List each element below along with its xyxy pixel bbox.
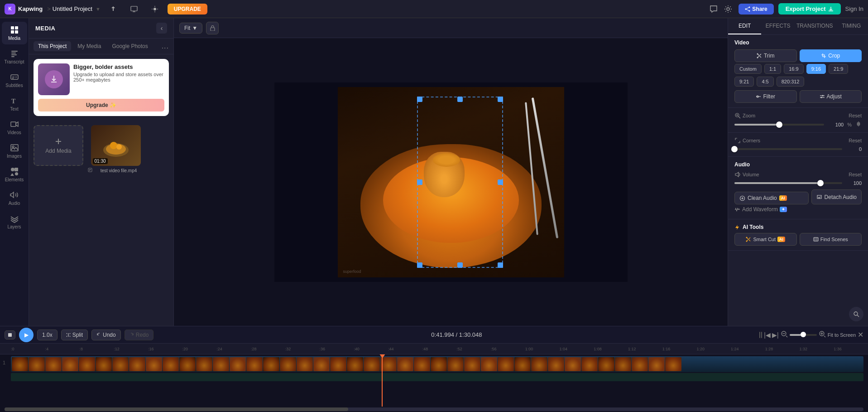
sun-button[interactable] <box>147 4 163 15</box>
speed-button[interactable]: 1.0x <box>37 330 58 340</box>
settings-icon[interactable] <box>724 5 732 13</box>
video-section-title: Video <box>734 39 862 46</box>
aspect-1-1[interactable]: 1:1 <box>764 64 781 74</box>
play-button[interactable]: ▶ <box>19 328 34 342</box>
close-timeline-button[interactable]: ✕ <box>858 330 863 339</box>
aspect-custom[interactable]: Custom <box>734 64 762 74</box>
tab-my-media[interactable]: My Media <box>73 41 106 51</box>
sidebar-item-subtitles[interactable]: Subtitles <box>2 69 27 92</box>
share-button[interactable]: Share <box>739 4 773 15</box>
zoom-in-button[interactable] <box>819 330 826 339</box>
tab-timing[interactable]: TIMING <box>835 18 868 34</box>
upgrade-card-button[interactable]: Upgrade ✨ <box>38 99 164 111</box>
aspect-9-21[interactable]: 9:21 <box>734 77 754 87</box>
zoom-slider[interactable] <box>734 124 824 126</box>
prev-frame-button[interactable]: |◀ <box>764 331 771 339</box>
waveform-display: let path = 'M0 9'; for(let i=1;i<=1800;i… <box>11 373 863 381</box>
ruler-mark: 1:04 <box>560 347 568 351</box>
corners-slider[interactable] <box>734 148 842 150</box>
svg-rect-14 <box>11 30 14 34</box>
media-thumb-0[interactable]: 01:30 <box>91 125 141 166</box>
find-scenes-button[interactable]: Find Scenes <box>800 233 862 246</box>
sidebar-item-elements[interactable]: Elements <box>2 163 27 186</box>
export-button[interactable]: Export Project <box>778 3 841 15</box>
display-button[interactable] <box>126 4 142 15</box>
svg-line-49 <box>739 116 740 118</box>
tab-transitions[interactable]: TRANSITIONS <box>795 18 835 34</box>
scrollbar-thumb[interactable] <box>5 407 348 411</box>
aspect-21-9[interactable]: 21:9 <box>829 64 848 74</box>
fit-dropdown[interactable]: Fit ▼ <box>179 23 202 34</box>
upload-button[interactable] <box>105 4 121 15</box>
tab-edit[interactable]: EDIT <box>728 18 761 34</box>
aspect-820-312[interactable]: 820:312 <box>777 77 805 87</box>
smart-cut-icon <box>746 237 751 242</box>
media-item-0[interactable]: 01:30 test video file.mp4 <box>88 125 144 173</box>
project-name[interactable]: Untitled Project <box>53 5 92 12</box>
svg-rect-16 <box>11 51 18 52</box>
add-waveform-button[interactable]: Add Waveform ✦ <box>734 204 787 214</box>
detach-audio-button[interactable]: Detach Audio <box>811 189 862 204</box>
ruler-mark: 1:28 <box>765 347 773 351</box>
signin-button[interactable]: Sign In <box>845 5 863 12</box>
ruler-mark: :48 <box>422 347 428 351</box>
sidebar-item-videos[interactable]: Videos <box>2 116 27 139</box>
sidebar-item-audio[interactable]: Audio <box>2 187 27 209</box>
aspect-9-16[interactable]: 9:16 <box>806 64 826 74</box>
search-button[interactable] <box>849 307 863 321</box>
comment-icon <box>710 5 718 13</box>
ruler-mark: :40 <box>354 347 360 351</box>
clean-audio-badge: AI <box>779 195 787 201</box>
zoom-out-button[interactable] <box>781 330 788 339</box>
audio-section: Audio Volume Reset 100 Clean Audio AI <box>728 157 868 219</box>
stop-button[interactable] <box>5 330 15 339</box>
redo-button[interactable]: Redo <box>125 330 154 340</box>
app-name: Kapwing <box>18 5 43 12</box>
zoom-value: 100 <box>828 122 844 127</box>
corners-reset[interactable]: Reset <box>849 138 862 143</box>
tab-this-project[interactable]: This Project <box>34 41 71 51</box>
filter-button[interactable]: Filter <box>734 90 797 103</box>
timeline-scrollbar[interactable] <box>5 407 863 411</box>
upgrade-button[interactable]: UPGRADE <box>168 4 207 15</box>
sidebar-item-text[interactable]: T Text <box>2 92 27 115</box>
next-frame-button[interactable]: ▶| <box>772 331 779 339</box>
add-media-label: Add Media <box>45 148 71 154</box>
aspect-4-5[interactable]: 4:5 <box>757 77 773 87</box>
thumbnail-strip: for(let i=0;i<40;i++) { const colors = [… <box>12 357 681 371</box>
zoom-thumb[interactable] <box>776 121 782 128</box>
lock-button[interactable] <box>206 22 219 34</box>
sidebar-item-media[interactable]: Media <box>2 22 27 44</box>
waveform-svg: let path = 'M0 9'; for(let i=1;i<=1800;i… <box>11 373 863 381</box>
video-track[interactable]: for(let i=0;i<40;i++) { const colors = [… <box>11 356 863 381</box>
clean-audio-button[interactable]: Clean Audio AI <box>734 192 809 204</box>
aspect-16-9[interactable]: 16:9 <box>784 64 803 74</box>
ruler-mark: 1:20 <box>696 347 705 351</box>
tab-effects[interactable]: EFFECTS <box>761 18 794 34</box>
smart-cut-button[interactable]: Smart Cut AI <box>734 233 797 246</box>
playhead <box>382 354 383 407</box>
media-more-button[interactable]: ... <box>162 42 169 50</box>
split-button[interactable]: Split <box>61 330 88 340</box>
volume-thumb[interactable] <box>817 180 824 186</box>
sidebar-item-transcript[interactable]: Transcript <box>2 45 27 68</box>
right-panel: EDIT EFFECTS TRANSITIONS TIMING Video Tr… <box>728 18 868 326</box>
trim-button[interactable]: Trim <box>734 49 797 62</box>
sidebar-item-layers[interactable]: Layers <box>2 210 27 233</box>
fit-screen-button[interactable]: Fit to Screen <box>828 332 856 338</box>
collapse-media-button[interactable]: ‹ <box>156 23 167 34</box>
right-panel-footer <box>728 251 868 326</box>
crop-button[interactable]: Crop <box>800 49 862 62</box>
corners-thumb[interactable] <box>731 146 738 152</box>
sidebar-item-images[interactable]: Images <box>2 140 27 162</box>
tab-google-photos[interactable]: Google Photos <box>107 41 152 51</box>
volume-reset[interactable]: Reset <box>849 172 862 177</box>
timeline-zoom-track <box>759 332 762 338</box>
timeline-zoom-slider[interactable] <box>790 334 817 336</box>
volume-slider[interactable] <box>734 182 842 184</box>
add-media-button[interactable]: Add Media <box>34 125 83 166</box>
timeline-zoom-thumb[interactable] <box>801 332 806 337</box>
undo-button[interactable]: Undo <box>91 330 121 340</box>
adjust-button[interactable]: Adjust <box>800 90 862 103</box>
zoom-reset[interactable]: Reset <box>849 113 862 118</box>
